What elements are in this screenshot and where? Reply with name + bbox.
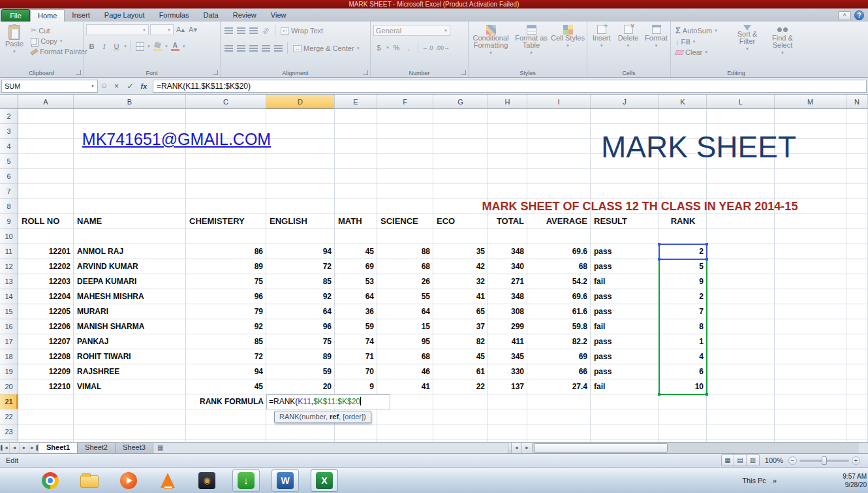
- cell-F11[interactable]: 88: [377, 244, 433, 259]
- cell-C20[interactable]: 45: [186, 379, 266, 394]
- cell-A15[interactable]: 12205: [18, 304, 74, 319]
- formula-bar-splitter[interactable]: [102, 84, 106, 88]
- cell-J18[interactable]: pass: [591, 349, 659, 364]
- cell-J12[interactable]: pass: [591, 259, 659, 274]
- enter-button[interactable]: ✓: [124, 80, 136, 92]
- cell-D12[interactable]: 72: [266, 259, 335, 274]
- cell-H15[interactable]: 308: [488, 304, 527, 319]
- cell-E16[interactable]: 59: [335, 319, 377, 334]
- column-header-E[interactable]: E: [335, 95, 377, 109]
- cell-F12[interactable]: 68: [377, 259, 433, 274]
- sheet-tab-sheet1[interactable]: Sheet1: [39, 443, 78, 453]
- cell-B14[interactable]: MAHESH MISHRA: [74, 289, 186, 304]
- cell-H11[interactable]: 348: [488, 244, 527, 259]
- insert-worksheet-button[interactable]: ▦: [153, 443, 168, 453]
- cell-A12[interactable]: 12202: [18, 259, 74, 274]
- column-header-N[interactable]: N: [846, 95, 868, 109]
- zoom-track[interactable]: [799, 460, 849, 462]
- column-header-I[interactable]: I: [527, 95, 591, 109]
- cell-B13[interactable]: DEEPA KUMARI: [74, 274, 186, 289]
- decrease-decimal-button[interactable]: .00→: [435, 42, 450, 53]
- zoom-slider[interactable]: − +: [788, 456, 860, 465]
- taskbar-idm[interactable]: ↓: [232, 469, 260, 492]
- row-header-16[interactable]: 16: [0, 319, 18, 334]
- cell-I12[interactable]: 68: [527, 259, 591, 274]
- cell-C14[interactable]: 96: [186, 289, 266, 304]
- cell-G18[interactable]: 45: [433, 349, 488, 364]
- row-header-5[interactable]: 5: [0, 154, 18, 169]
- previous-sheet-button[interactable]: ◄: [10, 443, 20, 453]
- number-format-select[interactable]: General▼: [373, 25, 450, 36]
- cell-H13[interactable]: 271: [488, 274, 527, 289]
- cell-D14[interactable]: 92: [266, 289, 335, 304]
- cell-B15[interactable]: MURARI: [74, 304, 186, 319]
- row-header-11[interactable]: 11: [0, 244, 18, 259]
- row-header-2[interactable]: 2: [0, 109, 18, 124]
- merge-center-button[interactable]: ↔Merge & Center▼: [291, 44, 362, 53]
- cell-I20[interactable]: 27.4: [527, 379, 591, 394]
- cell-H17[interactable]: 411: [488, 334, 527, 349]
- cell-B20[interactable]: VIMAL: [74, 379, 186, 394]
- rank-formula-label[interactable]: RANK FORMULA: [186, 394, 264, 409]
- row-header-6[interactable]: 6: [0, 169, 18, 184]
- cell-I18[interactable]: 69: [527, 349, 591, 364]
- column-header-K[interactable]: K: [659, 95, 707, 109]
- decrease-indent-button[interactable]: [260, 43, 271, 54]
- cell-C13[interactable]: 75: [186, 274, 266, 289]
- dialog-launcher-icon[interactable]: [76, 70, 81, 75]
- tab-review[interactable]: Review: [226, 9, 264, 22]
- cell-F13[interactable]: 26: [377, 274, 433, 289]
- cell-B19[interactable]: RAJSHREE: [74, 364, 186, 379]
- cell-K9[interactable]: RANK: [659, 214, 707, 229]
- cell-G20[interactable]: 22: [433, 379, 488, 394]
- cell-C19[interactable]: 94: [186, 364, 266, 379]
- cell-C16[interactable]: 92: [186, 319, 266, 334]
- align-right-button[interactable]: [248, 43, 259, 54]
- cell-D19[interactable]: 59: [266, 364, 335, 379]
- cell-J19[interactable]: pass: [591, 364, 659, 379]
- sheet-subtitle[interactable]: MARK SHEET OF CLASS 12 TH CLASS IN YEAR …: [426, 199, 854, 214]
- cell-B12[interactable]: ARVIND KUMAR: [74, 259, 186, 274]
- cell-J9[interactable]: RESULT: [591, 214, 659, 229]
- align-center-button[interactable]: [236, 43, 247, 54]
- tab-page-layout[interactable]: Page Layout: [97, 9, 152, 22]
- cell-styles-button[interactable]: Cell Styles ▼: [552, 23, 583, 67]
- cell-C17[interactable]: 85: [186, 334, 266, 349]
- cell-F14[interactable]: 55: [377, 289, 433, 304]
- cell-B18[interactable]: ROHIT TIWARI: [74, 349, 186, 364]
- taskbar-chrome[interactable]: [37, 469, 64, 492]
- cell-G17[interactable]: 82: [433, 334, 488, 349]
- active-cell-editor[interactable]: =RANK(K11,$K$11:$K$20: [266, 394, 390, 409]
- cell-G12[interactable]: 42: [433, 259, 488, 274]
- cell-I16[interactable]: 59.8: [527, 319, 591, 334]
- cell-E17[interactable]: 74: [335, 334, 377, 349]
- cell-H16[interactable]: 299: [488, 319, 527, 334]
- first-sheet-button[interactable]: ▌◄: [0, 443, 10, 453]
- cell-D17[interactable]: 75: [266, 334, 335, 349]
- email-link[interactable]: MK741651@GMAIL.COM: [18, 124, 335, 154]
- column-header-C[interactable]: C: [186, 95, 266, 109]
- row-header-15[interactable]: 15: [0, 304, 18, 319]
- font-color-button[interactable]: A: [170, 41, 181, 52]
- cell-C12[interactable]: 89: [186, 259, 266, 274]
- comma-style-button[interactable]: ,: [403, 42, 414, 53]
- page-layout-view-button[interactable]: ▤: [734, 455, 747, 466]
- cell-G19[interactable]: 61: [433, 364, 488, 379]
- sheet-title[interactable]: MARK SHEET: [570, 127, 828, 167]
- fill-button[interactable]: ↓Fill▼: [674, 37, 728, 46]
- row-header-20[interactable]: 20: [0, 379, 18, 394]
- cell-E20[interactable]: 9: [335, 379, 377, 394]
- cell-D18[interactable]: 89: [266, 349, 335, 364]
- clear-button[interactable]: Clear▼: [674, 48, 728, 57]
- zoom-level[interactable]: 100%: [765, 456, 783, 464]
- cell-J13[interactable]: fail: [591, 274, 659, 289]
- cell-G13[interactable]: 32: [433, 274, 488, 289]
- cell-D16[interactable]: 96: [266, 319, 335, 334]
- cell-G11[interactable]: 35: [433, 244, 488, 259]
- normal-view-button[interactable]: ▦: [722, 455, 734, 466]
- autosum-button[interactable]: ΣAutoSum▼: [674, 25, 728, 36]
- tab-formulas[interactable]: Formulas: [152, 9, 196, 22]
- cell-A11[interactable]: 12201: [18, 244, 74, 259]
- cell-G9[interactable]: ECO: [433, 214, 488, 229]
- orientation-button[interactable]: ab: [260, 25, 271, 36]
